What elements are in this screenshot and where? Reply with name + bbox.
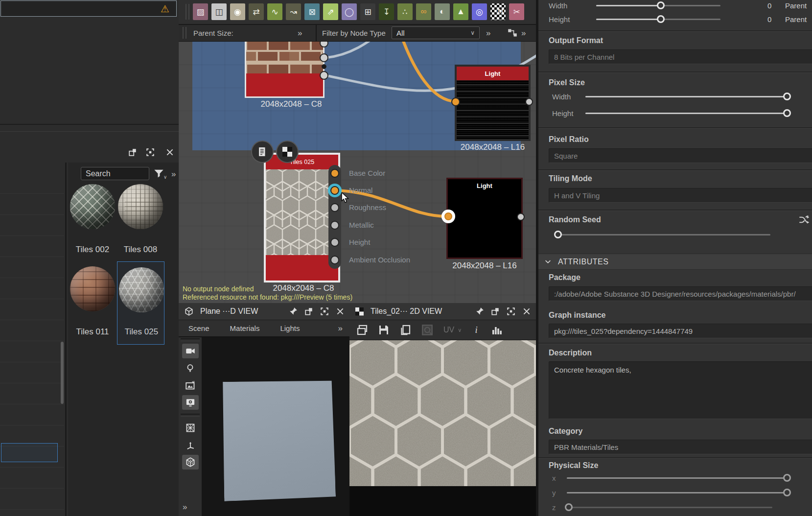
tiles-output-pin-ambient-occlusion[interactable] [330,256,339,264]
sphere-3d-node-icon[interactable]: ◐ [435,3,450,20]
save-icon[interactable] [378,324,390,336]
channel-shuffle-node-icon[interactable]: ⇄ [249,3,264,20]
top-left-message-box[interactable]: ⚠ [0,0,177,17]
tiles-output-pin-height[interactable] [330,238,339,247]
base-height-slider[interactable] [596,19,720,20]
bar-overflow-button[interactable]: » [521,28,526,38]
view3d-header[interactable]: Plane ···D VIEW [179,303,349,320]
explorer-row[interactable] [0,509,64,516]
brick-output-pin[interactable] [320,53,328,62]
maximize-icon[interactable] [507,307,515,316]
light-tool-button[interactable] [182,361,199,375]
base-height-value[interactable]: 0 [767,15,771,23]
brick-input-pin[interactable] [322,64,326,69]
tiling-mode-field[interactable]: H and V Tiling [549,188,812,203]
histogram-icon[interactable] [491,324,503,336]
tab-scene[interactable]: Scene [188,324,209,332]
environment-tool-button[interactable] [182,378,199,393]
light-bottom-output-pin[interactable] [517,213,525,221]
explorer-row[interactable] [0,341,64,362]
display-settings-button[interactable] [182,395,199,410]
scatter-node-icon[interactable]: ∴ [397,3,413,20]
curve-node-icon[interactable]: ∿ [267,3,282,20]
shuffle-icon[interactable] [799,214,810,225]
base-height-parent-button[interactable]: Parent [785,15,807,23]
brick-node[interactable] [245,42,325,98]
view2d-texture[interactable] [349,340,536,486]
copy-icon[interactable] [399,324,411,336]
info-icon[interactable]: i [471,324,481,336]
light-top-output-pin[interactable] [525,98,533,106]
pixel-size-height-slider[interactable] [585,113,789,114]
transformation-node-icon[interactable]: ⊠ [304,3,320,20]
category-field[interactable]: PBR Materials/Tiles [549,440,812,454]
parent-size-more-button[interactable]: » [298,28,302,38]
parameters-doc-button[interactable] [251,141,274,163]
explorer-row[interactable] [0,278,64,299]
graph-link-icon[interactable] [508,28,517,40]
light-node-top[interactable]: Light [455,65,531,141]
height-blend-node-icon[interactable]: ↧ [379,3,394,20]
view3d-viewport[interactable] [202,337,349,516]
shape-node-icon[interactable]: ◯ [342,3,357,20]
search-input[interactable]: Search [81,167,149,180]
histogram-scan-node-icon[interactable]: ▲ [453,3,468,20]
splatter-node-icon[interactable]: ✂ [509,3,524,20]
output-format-field[interactable]: 8 Bits per Channel [549,49,812,64]
axes-tool-button[interactable] [182,438,199,452]
description-textarea[interactable]: Concrete hexagon tiles, [549,361,812,419]
slope-blur-node-icon[interactable]: ⇗ [323,3,338,20]
tiles-output-pin-metallic[interactable] [330,221,339,230]
library-close-icon[interactable] [165,148,174,159]
explorer-row[interactable] [0,320,64,341]
tab-materials[interactable]: Materials [230,324,260,332]
float-icon[interactable] [491,307,500,316]
gradient-map-node-icon[interactable]: ◎ [472,3,487,20]
tiles-output-pin-normal[interactable] [330,186,339,195]
package-field[interactable]: :/adobe/Adobe Substance 3D Designer/reso… [549,286,812,301]
library-float-icon[interactable] [128,148,137,159]
material-item-tiles-011[interactable] [70,266,115,311]
material-item-tiles-002[interactable] [70,184,115,229]
explorer-row[interactable] [0,488,64,510]
new-window-icon[interactable] [356,324,368,336]
explorer-row[interactable] [0,172,64,194]
close-icon[interactable] [336,307,345,316]
plane-object[interactable] [221,379,336,501]
blur-node-icon[interactable]: ◉ [230,3,245,20]
bar-grip[interactable] [183,27,186,39]
graph-instance-field[interactable]: pkg:///tiles_025?dependency=1444847749 [549,324,812,338]
base-width-slider[interactable] [596,5,720,6]
explorer-row[interactable] [0,193,64,215]
pixel-size-width-slider[interactable] [585,96,789,97]
attributes-header[interactable]: ATTRIBUTES [538,254,812,270]
directional-warp-node-icon[interactable]: ↝ [286,3,301,20]
physical-x-slider[interactable] [567,477,789,479]
tiles-output-pin-base-color[interactable] [330,169,339,178]
float-icon[interactable] [304,307,313,316]
maximize-icon[interactable] [320,307,329,316]
node-graph-canvas[interactable]: 2048x2048 – C8 Light 2048x2048 – L16 Til… [179,42,536,303]
view3d-tabs-more-button[interactable]: » [338,324,349,333]
toolbar-grip[interactable] [186,4,189,20]
value-processor-node-icon[interactable]: 01 [490,3,506,20]
explorer-scrollbar[interactable] [61,342,64,404]
explorer-selected-row[interactable] [1,443,58,462]
camera-tool-button[interactable] [182,344,199,358]
pixel-ratio-field[interactable]: Square [549,148,812,163]
usage-checker-button[interactable] [276,141,299,163]
scene-cube-button[interactable] [182,455,199,469]
explorer-row[interactable] [0,404,64,425]
physical-y-slider[interactable] [567,492,789,493]
base-width-value[interactable]: 0 [767,1,771,10]
view3d-toolbar-overflow[interactable]: » [183,502,187,512]
geometry-tool-button[interactable] [182,421,199,435]
pin-icon[interactable] [289,307,298,316]
base-width-parent-button[interactable]: Parent [785,1,807,10]
light-node-bottom[interactable]: Light [446,178,523,259]
explorer-row[interactable] [0,383,64,404]
blend-node-icon[interactable]: ◫ [211,3,227,20]
transform-icon[interactable] [421,324,434,336]
explorer-row[interactable] [0,235,64,257]
explorer-library-divider[interactable] [65,163,67,516]
